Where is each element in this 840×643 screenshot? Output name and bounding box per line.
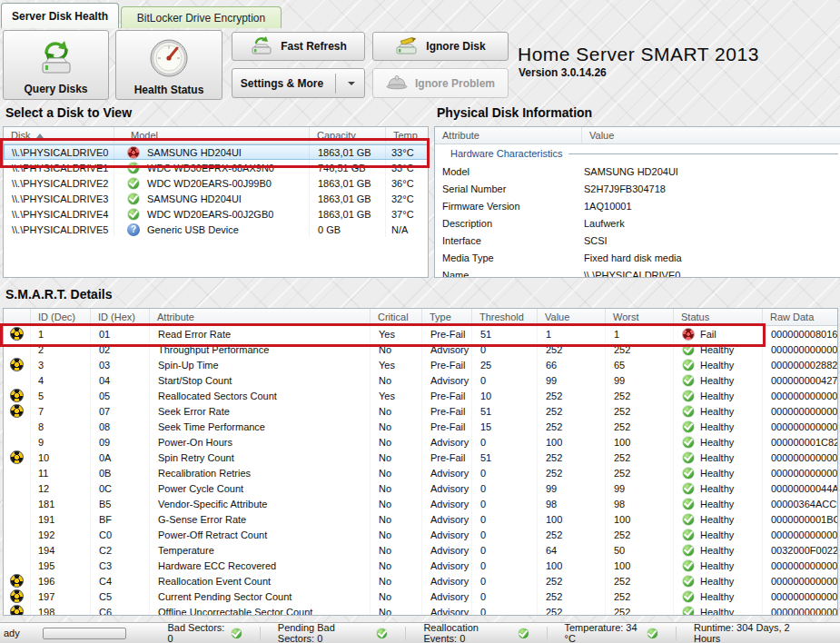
smart-status-label: Healthy [700,499,734,509]
value-column-header[interactable]: Value [582,127,840,143]
sort-ascending-icon [36,134,44,138]
smart-type: Advisory [422,372,472,388]
smart-column-header[interactable]: ID (Dec) [31,309,91,325]
smart-row[interactable]: 192 C0 Power-Off Retract Count No Adviso… [4,527,837,542]
disk-row[interactable]: \\.\PHYSICALDRIVE4 WDC WD20EARS-00J2GB0 … [4,206,428,222]
smart-attribute: Reallocation Event Count [150,573,371,589]
smart-row[interactable]: 195 C3 Hardware ECC Recovered No Advisor… [4,558,837,573]
smart-row[interactable]: 181 B5 Vendor-Specific Attribute No Advi… [4,496,837,511]
radiation-warning-icon [10,358,24,371]
smart-row[interactable]: 5 05 Reallocated Sectors Count Yes Pre-F… [4,388,837,403]
status-item: Reallocation Events: 0 [405,627,546,640]
query-disks-button[interactable]: Query Disks [3,30,109,100]
smart-row[interactable]: 194 C2 Temperature No Advisory 0 64 50 H… [4,542,837,558]
ignore-disk-button[interactable]: Ignore Disk [372,32,509,61]
dropdown-arrow-icon[interactable] [348,82,355,85]
smart-worst: 100 [606,511,674,527]
smart-row[interactable]: 9 09 Power-On Hours No Advisory 0 100 10… [4,434,837,450]
query-disks-icon [36,39,76,80]
smart-type: Advisory [422,542,472,558]
smart-row[interactable]: 191 BF G-Sense Error Rate No Advisory 0 … [4,511,837,527]
smart-column-header[interactable]: Critical [371,309,422,325]
smart-row[interactable]: 197 C5 Current Pending Sector Count No A… [4,589,837,604]
physical-info-row: Description Laufwerk [435,214,840,232]
group-label: Hardware Characteristics [450,148,562,159]
smart-attribute: Start/Stop Count [150,372,371,388]
smart-status-icon [682,359,695,371]
smart-column-header[interactable]: ID (Hex) [91,309,150,325]
capacity-column-header[interactable]: Capacity [310,127,386,143]
smart-row[interactable]: 2 02 Throughput Performance No Advisory … [4,341,837,357]
smart-value: 252 [538,465,606,480]
tab-bitlocker-drive-encryption[interactable]: BitLocker Drive Encryption [121,6,282,28]
smart-type: Advisory [422,465,472,480]
ignore-problem-button[interactable]: Ignore Problem [372,68,509,98]
smart-row[interactable]: 1 01 Read Error Rate Yes Pre-Fail 51 1 1… [4,326,837,341]
smart-row[interactable]: 3 03 Spin-Up Time Yes Pre-Fail 25 66 65 … [4,357,837,372]
attribute-column-header[interactable]: Attribute [435,127,582,143]
smart-status-label: Healthy [700,607,734,617]
disk-row[interactable]: \\.\PHYSICALDRIVE2 WDC WD20EARS-00J99B0 … [4,175,428,191]
smart-worst: 252 [606,403,674,419]
smart-row[interactable]: 11 0B Recalibration Retries No Advisory … [4,465,837,480]
ready-status-text: ady [0,628,43,638]
disk-row[interactable]: \\.\PHYSICALDRIVE0 SAMSUNG HD204UI 1863,… [4,144,428,160]
smart-row[interactable]: 12 0C Power Cycle Count No Advisory 0 99… [4,480,837,496]
smart-column-header[interactable]: Threshold [472,309,538,325]
smart-type: Advisory [422,527,472,542]
smart-column-header[interactable]: Attribute [150,309,371,325]
radiation-warning-icon [10,574,24,588]
disk-status-icon [127,208,140,221]
disk-temp: 36°C [386,175,429,191]
disk-column-header[interactable]: Disk [4,127,114,143]
smart-id-hex: 03 [91,357,150,372]
smart-attribute: Offline Uncorrectable Sector Count [150,604,371,616]
smart-value: 100 [538,558,606,573]
smart-value: 252 [538,388,606,403]
model-column-header[interactable]: Model [114,127,310,143]
smart-attribute: Power-On Hours [150,434,371,450]
smart-row[interactable]: 7 07 Seek Error Rate No Pre-Fail 51 252 … [4,403,837,419]
disk-row[interactable]: \\.\PHYSICALDRIVE3 SAMSUNG HD204UI 1863,… [4,191,428,206]
smart-id-hex: C5 [91,589,150,604]
smart-row[interactable]: 10 0A Spin Retry Count No Pre-Fail 51 25… [4,450,837,465]
smart-threshold: 0 [472,573,538,589]
smart-column-header[interactable]: Status [674,309,763,325]
smart-critical: No [371,527,422,542]
smart-row[interactable]: 198 C6 Offline Uncorrectable Sector Coun… [4,604,837,616]
smart-status-label: Healthy [700,514,734,525]
smart-worst: 252 [606,573,674,589]
smart-status-label: Healthy [700,576,734,587]
disk-path: \\.\PHYSICALDRIVE3 [4,191,114,206]
smart-column-header[interactable]: Raw Data [763,309,838,325]
smart-type: Advisory [422,480,472,496]
smart-threshold: 0 [472,341,538,357]
smart-column-header[interactable]: Worst [606,309,674,325]
smart-row[interactable]: 196 C4 Reallocation Event Count No Advis… [4,573,837,589]
smart-worst: 100 [606,558,674,573]
smart-status-icon [682,482,695,495]
smart-status-label: Healthy [700,360,734,371]
smart-column-header[interactable]: Type [422,309,472,325]
smart-id-dec: 2 [31,341,91,357]
smart-row[interactable]: 8 08 Seek Time Performance No Pre-Fail 1… [4,419,837,434]
smart-status-label: Healthy [700,483,734,494]
disk-row[interactable]: \\.\PHYSICALDRIVE5 Generic USB Device 0 … [4,222,428,237]
smart-row[interactable]: 4 04 Start/Stop Count No Advisory 0 99 9… [4,372,837,388]
healthy-check-icon [231,628,242,639]
temp-column-header[interactable]: Temp [386,127,429,143]
info-attribute: Firmware Version [435,201,582,212]
settings-more-button[interactable]: Settings & More [232,68,365,98]
info-value: 1AQ10001 [582,201,840,212]
smart-critical: No [371,403,422,419]
query-disks-label: Query Disks [24,83,87,95]
smart-column-header[interactable]: Value [538,309,606,325]
fast-refresh-button[interactable]: Fast Refresh [232,32,365,61]
disk-row[interactable]: \\.\PHYSICALDRIVE1 WDC WD30EFRX-68AX9N0 … [4,160,428,175]
tab-server-disk-health[interactable]: Server Disk Health [1,3,119,28]
smart-id-hex: 09 [91,434,150,450]
health-status-button[interactable]: Health Status [115,30,222,100]
smart-raw-data: 000000000000 [763,465,838,480]
smart-status-icon [682,451,695,464]
smart-status-icon [682,390,695,402]
